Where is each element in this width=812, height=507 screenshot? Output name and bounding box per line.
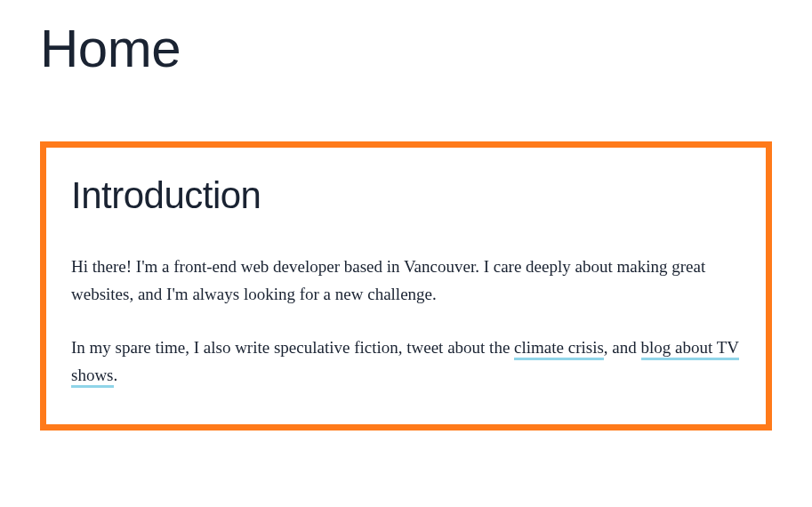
- paragraph-text: .: [114, 366, 118, 384]
- intro-paragraph-2: In my spare time, I also write speculati…: [71, 334, 741, 390]
- paragraph-text: In my spare time, I also write speculati…: [71, 338, 514, 357]
- page-title: Home: [40, 18, 772, 79]
- paragraph-text: , and: [604, 338, 641, 357]
- introduction-section: Introduction Hi there! I'm a front-end w…: [40, 141, 772, 431]
- intro-paragraph-1: Hi there! I'm a front-end web developer …: [71, 253, 741, 309]
- climate-crisis-link[interactable]: climate crisis: [514, 338, 604, 360]
- section-heading: Introduction: [71, 174, 741, 217]
